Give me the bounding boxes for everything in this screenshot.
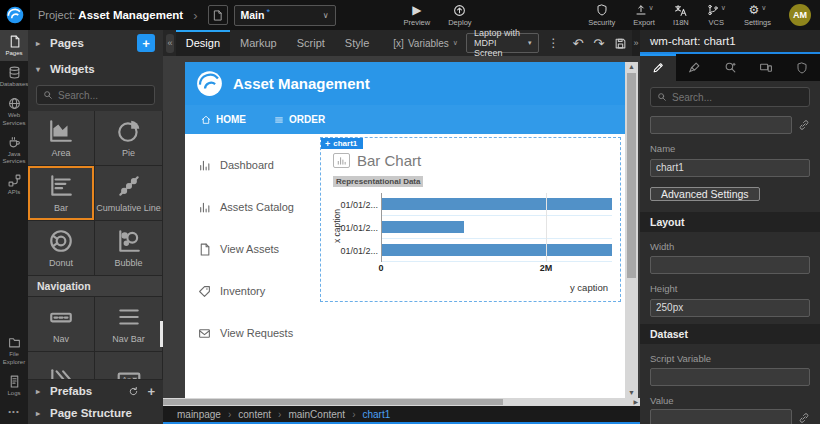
bind-link-icon[interactable] [798,412,810,424]
widget-tile-donut[interactable]: Donut [28,221,94,275]
widget-tile-bar[interactable]: Bar [28,166,94,220]
wavemaker-logo[interactable] [0,0,30,30]
app-preview-canvas[interactable]: Asset Management HOME ORDER [185,62,625,398]
widget-tile-area[interactable]: Area [28,111,94,165]
value-input[interactable] [650,409,792,424]
tab-script[interactable]: Script [287,30,335,56]
bar-series[interactable] [382,198,612,210]
scroll-down-icon[interactable]: ▼ [628,388,635,398]
nav-bar-icon [116,304,142,330]
widget-search[interactable] [36,85,155,105]
pages-section-header[interactable]: ▸ Pages + [28,30,163,56]
kebab-menu[interactable]: ⋮ [547,36,559,50]
user-avatar[interactable]: AM [789,4,811,26]
prefabs-section-header[interactable]: ▸ Prefabs + [28,380,163,402]
device-selector[interactable]: Laptop with MDPI Screen ▾ [466,33,539,53]
property-search[interactable] [650,87,810,107]
name-input[interactable] [650,159,810,177]
bind-link-icon[interactable] [798,119,810,131]
refresh-icon[interactable] [128,386,139,397]
tab-search-properties[interactable] [712,54,748,81]
rail-item-java-services[interactable]: Java Services [0,131,28,169]
advanced-settings-button[interactable]: Advanced Settings [650,187,760,201]
page-doc-button[interactable] [208,5,228,25]
script-variable-input[interactable] [650,368,810,386]
collapse-left-panel-button[interactable]: « [166,34,174,53]
property-search-input[interactable] [672,92,803,103]
save-button[interactable] [614,37,627,50]
canvas-horizontal-scrollbar[interactable]: ▶ [163,398,640,406]
tab-style[interactable]: Style [335,30,379,56]
app-nav-order[interactable]: ORDER [274,114,325,125]
breadcrumb-item-maincontent[interactable]: mainContent [288,409,345,420]
bar-series[interactable] [382,244,612,256]
expand-right-button[interactable]: » [632,30,640,56]
vcs-button[interactable]: ∨ VCS [707,3,726,27]
add-page-button[interactable]: + [137,34,155,52]
scrollbar-thumb[interactable] [163,399,503,405]
scroll-up-icon[interactable]: ▲ [628,62,635,72]
breadcrumb-item-chart1[interactable]: chart1 [362,409,390,420]
widget-tile-nav[interactable]: Nav [28,297,94,351]
chart-legend[interactable]: Representational Data [333,176,423,187]
gridline [546,193,547,262]
app-sidebar-inventory[interactable]: Inventory [185,270,318,312]
tab-security[interactable] [784,54,820,81]
tab-properties[interactable] [640,54,676,81]
redo-button[interactable]: ↷ [593,37,604,50]
bar-series[interactable] [382,221,464,233]
rail-item-logs[interactable]: Logs [0,370,28,401]
app-sidebar-dashboard[interactable]: Dashboard [185,144,318,186]
widget-tile-dropdown[interactable]: Aa [95,352,162,379]
breadcrumb-item-content[interactable]: content [238,409,271,420]
rail-item-databases[interactable]: Databases [0,61,28,92]
tab-design[interactable]: Design [176,30,230,56]
tab-devices[interactable] [748,54,784,81]
move-icon: + [325,139,330,149]
widget-tile-nav-bar[interactable]: Nav Bar [95,297,162,351]
app-nav-home[interactable]: HOME [201,114,246,125]
chart-widget[interactable]: + chart1 Bar Chart Represen [320,137,621,302]
rail-item-web-services[interactable]: Web Services [0,92,28,130]
width-input[interactable] [650,256,810,274]
chevron-down-icon: ∨ [721,1,726,15]
deploy-button[interactable]: Deploy [448,3,471,27]
add-prefab-button[interactable]: + [147,384,155,399]
page-structure-section-header[interactable]: ▸ Page Structure [28,402,163,424]
widget-tile-bubble[interactable]: Bubble [95,221,162,275]
rail-item-apis[interactable]: APIs [0,169,28,200]
widget-tile-pie[interactable]: Pie [95,111,162,165]
branch-selector[interactable]: Main * ∨ [234,5,336,26]
i18n-button[interactable]: I18N [673,3,689,27]
app-sidebar-view-assets[interactable]: View Assets [185,228,318,270]
widgets-section-header[interactable]: ▾ Widgets [28,56,163,82]
security-button[interactable]: Security [588,3,615,27]
breadcrumb-item-mainpage[interactable]: mainpage [177,409,221,420]
preview-button[interactable]: ▶ Preview [404,3,431,27]
bind-expression-input[interactable] [650,116,792,134]
app-sidebar-view-requests[interactable]: View Requests [185,312,318,354]
height-input[interactable] [650,299,810,317]
canvas-vertical-scrollbar[interactable]: ▲ ▼ [625,62,638,398]
properties-tabs [640,54,820,81]
coffee-icon [8,136,21,149]
scrollbar-thumb[interactable] [627,73,636,278]
rail-item-file-explorer[interactable]: File Explorer [0,331,28,369]
scroll-right-icon[interactable]: ▶ [633,398,638,406]
api-connector-icon [8,174,21,187]
tab-markup[interactable]: Markup [230,30,287,56]
variables-button[interactable]: [x] Variables ∨ [393,38,458,49]
undo-button[interactable]: ↶ [572,37,583,50]
settings-button[interactable]: ⚙ ∨ Settings [744,3,771,27]
document-icon [198,243,211,256]
widget-tile-cumulative-line[interactable]: Cumulative Line [95,166,162,220]
category-label: 01/01/2... [339,239,381,262]
widget-search-input[interactable] [58,90,148,101]
tab-styles[interactable] [676,54,712,81]
rail-more-button[interactable]: ••• [0,401,28,424]
chart-widget-tag[interactable]: + chart1 [321,138,363,149]
export-button[interactable]: ∨ Export [633,3,655,27]
rail-item-pages[interactable]: Pages [0,30,28,61]
app-sidebar-assets-catalog[interactable]: Assets Catalog [185,186,318,228]
widget-tile-breadcrumb[interactable] [28,352,94,379]
